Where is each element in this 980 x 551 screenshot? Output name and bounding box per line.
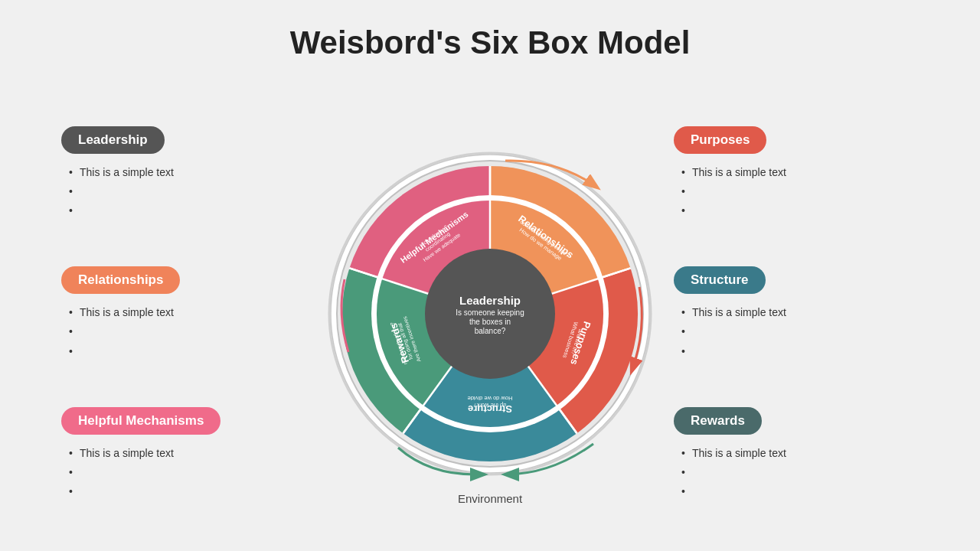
structure-bullet-2 bbox=[681, 322, 919, 341]
purposes-bullets: This is a simple text bbox=[674, 163, 919, 221]
relationships-bullet-2 bbox=[69, 322, 306, 341]
right-group-purposes: Purposes This is a simple text bbox=[674, 126, 919, 221]
purposes-bullet-3 bbox=[681, 201, 919, 220]
left-group-leadership: Leadership This is a simple text bbox=[61, 126, 306, 221]
center-title: Leadership bbox=[459, 294, 521, 307]
left-group-helpful: Helpful Mechanisms This is a simple text bbox=[61, 407, 306, 502]
leadership-bullet-1: This is a simple text bbox=[69, 163, 306, 182]
helpful-bullet-2 bbox=[69, 463, 306, 482]
center-subtitle-3: balance? bbox=[475, 327, 506, 335]
badge-relationships: Relationships bbox=[61, 266, 180, 294]
relationships-bullet-1: This is a simple text bbox=[69, 303, 306, 322]
helpful-bullet-1: This is a simple text bbox=[69, 444, 306, 463]
structure-bullet-3 bbox=[681, 342, 919, 361]
environment-label: Environment bbox=[458, 492, 522, 505]
structure-bullets: This is a simple text bbox=[674, 303, 919, 361]
right-group-structure: Structure This is a simple text bbox=[674, 266, 919, 361]
page-title: Weisbord's Six Box Model bbox=[290, 24, 691, 61]
left-group-relationships: Relationships This is a simple text bbox=[61, 266, 306, 361]
helpful-bullet-3 bbox=[69, 482, 306, 501]
right-labels: Purposes This is a simple text Structure… bbox=[674, 126, 919, 502]
structure-bullet-1: This is a simple text bbox=[681, 303, 919, 322]
rewards-bullet-1: This is a simple text bbox=[681, 444, 919, 463]
diagram-svg: Leadership Is someone keeping the boxes … bbox=[322, 145, 658, 482]
center-subtitle-2: the boxes in bbox=[469, 318, 511, 326]
badge-leadership: Leadership bbox=[61, 126, 165, 154]
badge-purposes: Purposes bbox=[674, 126, 766, 154]
relationships-bullets: This is a simple text bbox=[61, 303, 306, 361]
page: Weisbord's Six Box Model Leadership This… bbox=[0, 0, 980, 551]
leadership-bullet-3 bbox=[69, 201, 306, 220]
relationships-bullet-3 bbox=[69, 342, 306, 361]
badge-rewards: Rewards bbox=[674, 407, 762, 435]
rewards-bullet-3 bbox=[681, 482, 919, 501]
sublabel-structure-2: up the work? bbox=[474, 402, 507, 409]
rewards-bullets: This is a simple text bbox=[674, 444, 919, 502]
leadership-bullets: This is a simple text bbox=[61, 163, 306, 221]
center-subtitle-1: Is someone keeping bbox=[456, 308, 524, 317]
purposes-bullet-2 bbox=[681, 182, 919, 201]
badge-helpful: Helpful Mechanisms bbox=[61, 407, 220, 435]
diagram-container: Leadership Is someone keeping the boxes … bbox=[322, 145, 658, 482]
content-area: Leadership This is a simple text Relatio… bbox=[0, 77, 980, 551]
helpful-bullets: This is a simple text bbox=[61, 444, 306, 502]
leadership-bullet-2 bbox=[69, 182, 306, 201]
sublabel-structure: How do we divide bbox=[468, 395, 513, 402]
badge-structure: Structure bbox=[674, 266, 766, 294]
left-labels: Leadership This is a simple text Relatio… bbox=[61, 126, 306, 502]
purposes-bullet-1: This is a simple text bbox=[681, 163, 919, 182]
rewards-bullet-2 bbox=[681, 463, 919, 482]
right-group-rewards: Rewards This is a simple text bbox=[674, 407, 919, 502]
